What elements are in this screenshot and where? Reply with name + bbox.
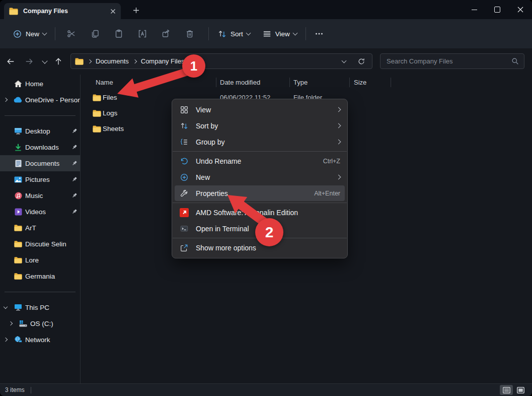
plus-circle-icon [179,173,189,182]
sidebar-item-label: Discutie Selin [25,240,80,248]
details-view-toggle[interactable] [500,385,513,395]
breadcrumb-documents[interactable]: Documents [96,57,129,65]
sidebar-item-downloads[interactable]: Downloads [0,139,80,155]
maximize-icon [494,7,500,13]
folder-icon [11,273,25,280]
column-header-size[interactable]: Size [354,79,366,86]
status-divider [31,387,31,393]
large-thumbnails-view-toggle[interactable] [514,385,527,395]
onedrive-cloud-icon [11,97,25,103]
pictures-icon [11,176,25,183]
menu-item-shortcut: Ctrl+Z [323,158,340,165]
menu-item-sort-by[interactable]: Sort by [175,118,345,134]
minimize-button[interactable] [463,0,486,19]
file-row-sheets[interactable]: Sheets [91,121,124,137]
sidebar-item-pictures[interactable]: Pictures [0,171,80,187]
menu-item-show-more-options[interactable]: Show more options [175,240,345,255]
file-row-files[interactable]: Files [91,90,117,105]
amd-software-icon [179,208,189,217]
chevron-down-icon [42,58,47,63]
menu-item-group-by[interactable]: Group by [175,134,345,150]
cut-button[interactable] [59,25,83,43]
minimize-icon [472,10,477,10]
sidebar-item-network[interactable]: Network [0,332,80,348]
sort-arrows-icon [217,29,227,39]
column-divider[interactable] [216,78,216,87]
wrench-icon [179,189,189,198]
sort-button[interactable]: Sort [213,26,255,42]
sort-ascending-icon [151,76,155,85]
sidebar-item-this-pc[interactable]: This PC [0,299,80,315]
sidebar-item-documents[interactable]: Documents [0,155,80,171]
share-button[interactable] [154,25,178,43]
copy-button[interactable] [83,25,107,43]
up-button[interactable] [51,54,66,69]
status-bar: 3 items [0,383,532,396]
breadcrumb-separator-icon [88,59,92,63]
new-button[interactable]: New [8,26,51,42]
forward-button[interactable] [22,54,37,69]
column-header-date-modified[interactable]: Date modified [220,79,260,86]
file-name: Sheets [103,125,124,133]
address-bar[interactable]: Documents Company Files [70,53,372,69]
rename-button[interactable] [130,25,154,43]
search-input[interactable] [386,57,511,65]
folder-icon [91,94,103,101]
menu-item-view[interactable]: View [175,102,345,117]
sidebar-item-germania[interactable]: Germania [0,268,80,284]
breadcrumb-company-files[interactable]: Company Files [141,57,185,65]
maximize-button[interactable] [486,0,509,19]
chevron-right-icon[interactable] [4,338,8,342]
breadcrumb-separator-icon [133,59,137,63]
delete-button[interactable] [178,25,201,43]
chevron-right-icon[interactable] [9,321,13,325]
sidebar-item-music[interactable]: Music [0,187,80,204]
view-button[interactable]: View [258,26,301,42]
menu-item-undo-rename[interactable]: Undo Rename Ctrl+Z [175,153,345,169]
more-options-button[interactable] [310,25,328,43]
sidebar-item-videos[interactable]: Videos [0,204,80,220]
menu-item-shortcut: Alt+Enter [314,190,340,197]
close-button[interactable] [509,0,532,19]
menu-item-properties[interactable]: Properties Alt+Enter [175,185,345,201]
chevron-right-icon[interactable] [4,98,8,102]
back-button[interactable] [3,54,18,69]
paste-button[interactable] [107,25,130,43]
column-divider[interactable] [289,78,290,87]
address-dropdown-button[interactable] [337,60,350,62]
submenu-chevron-icon [336,175,341,180]
file-row-logs[interactable]: Logs [91,105,117,121]
menu-item-amd-software[interactable]: AMD Software: Adrenalin Edition [175,205,345,220]
tab-company-files[interactable]: Company Files [4,3,121,19]
sidebar-divider [5,115,75,116]
tab-close-icon[interactable] [110,9,116,14]
chevron-down-icon[interactable] [4,304,8,308]
sidebar-item-desktop[interactable]: Desktop [0,123,80,139]
search-icon [511,57,519,65]
folder-icon [11,241,25,247]
sidebar-item-home[interactable]: Home [0,76,80,92]
menu-item-open-in-terminal[interactable]: Open in Terminal [175,221,345,236]
pin-icon [69,128,80,134]
column-divider[interactable] [391,78,391,87]
sidebar-item-lore[interactable]: Lore [0,252,80,268]
new-tab-button[interactable] [129,4,143,16]
toolbar-divider [55,27,55,40]
column-header-type[interactable]: Type [293,79,308,86]
refresh-button[interactable] [355,57,368,65]
column-header-name[interactable]: Name [96,79,113,86]
sidebar-item-os-c[interactable]: OS (C:) [0,315,80,332]
recent-locations-button[interactable] [37,54,52,69]
document-icon [11,160,25,167]
menu-item-new[interactable]: New [175,169,345,185]
sidebar-item-onedrive[interactable]: OneDrive - Persona [0,92,80,108]
folder-icon [11,225,25,231]
large-thumbnails-view-icon [517,387,524,393]
column-divider[interactable] [349,78,350,87]
videos-icon [11,208,25,216]
sidebar-item-discutie-selin[interactable]: Discutie Selin [0,236,80,252]
sidebar-item-art[interactable]: ArT [0,220,80,236]
menu-item-label: New [196,173,330,181]
cut-icon [66,29,77,39]
rename-icon [137,29,147,39]
